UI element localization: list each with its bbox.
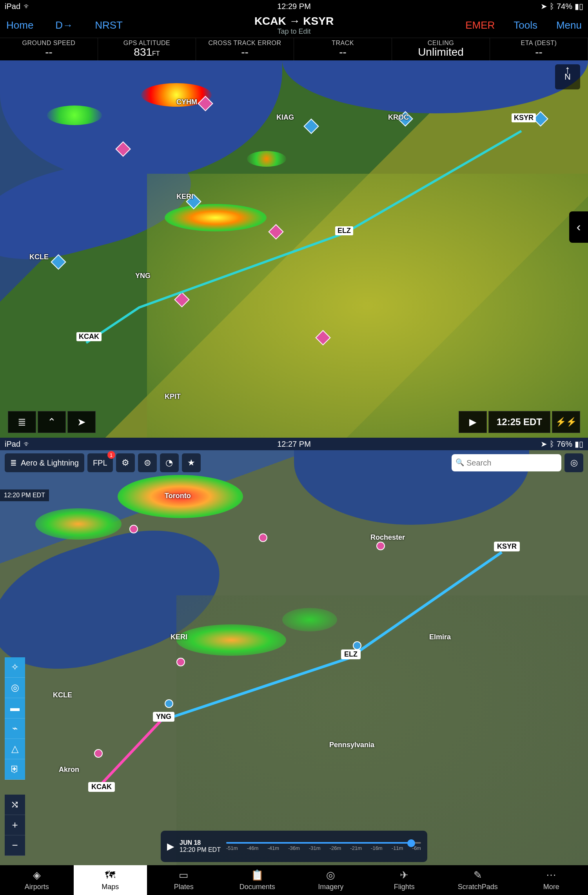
airport-marker[interactable] [176, 658, 185, 666]
ribbon-ceiling[interactable]: CEILINGUnlimited [392, 38, 490, 60]
airport-marker[interactable] [303, 118, 319, 134]
center-icon[interactable]: ✧ [5, 657, 25, 678]
tab-flights[interactable]: ✈Flights [368, 865, 441, 895]
radar-time[interactable]: 12:25 EDT [488, 411, 550, 433]
search-field[interactable] [452, 454, 561, 471]
ident-kpit: KPIT [165, 393, 181, 401]
radar-timestamp: 12:20 PM EDT [0, 489, 49, 501]
compass-icon[interactable]: N [555, 64, 580, 89]
ribbon-track[interactable]: TRACK-- [294, 38, 392, 60]
documents-icon: 📋 [251, 869, 263, 881]
ribbon-ground-speed[interactable]: GROUND SPEED-- [0, 38, 98, 60]
timeline-time: 12:20 PM EDT [180, 846, 221, 853]
ruler-icon[interactable]: ▬ [5, 698, 25, 719]
label-kcle: KCLE [53, 691, 72, 699]
scratchpad-icon: ✎ [474, 869, 482, 881]
airport-marker[interactable] [165, 699, 173, 708]
ios-status-bar: iPadᯤ 12:27 PM ➤ᛒ76%▮▯ [0, 438, 588, 450]
ident-kcle: KCLE [29, 253, 49, 261]
fpl-button[interactable]: FPL [87, 453, 113, 472]
globe-icon[interactable]: ⊜ [138, 453, 157, 472]
direct-to-icon[interactable]: D→ [55, 19, 73, 31]
label-pennsylvania: Pennsylvania [329, 741, 374, 749]
layers-icon: ≣ [10, 458, 17, 468]
waypoint-yng[interactable]: YNG [153, 712, 174, 722]
waypoint-elz[interactable]: ELZ [341, 649, 361, 659]
locate-icon[interactable]: ➤ [67, 411, 96, 433]
timeline-track[interactable]: -51m -46m -41m -36m -31m -26m -21m -16m … [226, 840, 421, 853]
status-time: 12:29 PM [198, 2, 390, 11]
gear-icon[interactable]: ⚙ [116, 453, 135, 472]
foreflight-app: iPadᯤ 12:27 PM ➤ᛒ76%▮▯ KCAK YNG ELZ KSYR… [0, 438, 588, 895]
ident-cyhm: CYHM [176, 98, 197, 106]
timeline-ticks: -51m -46m -41m -36m -31m -26m -21m -16m … [226, 845, 421, 851]
terrain-icon[interactable]: ⌃ [38, 411, 66, 433]
layers-icon[interactable]: ≣ [8, 411, 36, 433]
radar-timeline[interactable]: ▶ JUN 18 12:20 PM EDT -51m -46m -41m -36… [161, 831, 427, 862]
route-title-button[interactable]: KCAK → KSYR Tap to Edit [254, 15, 334, 36]
tab-more[interactable]: ⋯More [515, 865, 588, 895]
map-canvas-1[interactable]: KCAK ELZ KSYR KCLE KERI KIAG KROC KPIT C… [0, 60, 588, 438]
route-subtitle: Tap to Edit [254, 27, 334, 36]
tab-plates[interactable]: ▭Plates [147, 865, 221, 895]
device-label: iPad [5, 440, 20, 449]
ident-kroc: KROC [388, 113, 409, 122]
ribbon-gps-altitude[interactable]: GPS ALTITUDE831FT [98, 38, 196, 60]
imagery-icon: ◎ [326, 869, 335, 881]
play-icon[interactable]: ▶ [167, 841, 174, 852]
waypoint-ksyr[interactable]: KSYR [512, 113, 536, 122]
waypoint-elz[interactable]: ELZ [335, 226, 353, 235]
location-icon: ➤ [541, 439, 547, 449]
radar-return [35, 508, 122, 540]
airport-marker[interactable] [94, 749, 103, 758]
profile-icon[interactable]: ⌁ [5, 719, 25, 739]
airport-marker[interactable] [353, 641, 361, 650]
zoom-in-button[interactable]: + [5, 815, 25, 835]
search-input[interactable] [452, 454, 561, 471]
plates-icon: ▭ [179, 869, 189, 881]
waypoint-kcak[interactable]: KCAK [88, 782, 115, 792]
lake-ontario [282, 60, 588, 113]
layers-button[interactable]: ≣Aero & Lightning [5, 453, 84, 472]
top-toolbar: ≣Aero & Lightning FPL ⚙ ⊜ ◔ ★ ◎ [5, 453, 583, 472]
ident-yng: YNG [135, 272, 151, 280]
star-icon[interactable]: ★ [182, 453, 201, 472]
map-canvas-2[interactable]: KCAK YNG ELZ KSYR Toronto Rochester KERI… [0, 450, 588, 865]
radar-return [165, 204, 267, 231]
home-button[interactable]: Home [6, 19, 33, 31]
route-icon[interactable]: ⤭ [5, 795, 25, 815]
locate-icon[interactable]: ◎ [564, 453, 583, 472]
waypoint-kcak[interactable]: KCAK [76, 332, 102, 341]
data-ribbon: GROUND SPEED-- GPS ALTITUDE831FT CROSS T… [0, 38, 588, 60]
rings-icon[interactable]: ◎ [5, 678, 25, 698]
battery-icon: ▮▯ [575, 2, 583, 11]
zoom-out-button[interactable]: − [5, 835, 25, 856]
tab-airports[interactable]: ◈Airports [0, 865, 74, 895]
waypoint-ksyr[interactable]: KSYR [494, 542, 520, 551]
bluetooth-icon: ᛒ [550, 440, 554, 449]
flights-icon: ✈ [400, 869, 408, 881]
tab-documents[interactable]: 📋Documents [221, 865, 294, 895]
emer-button[interactable]: EMER [465, 19, 495, 31]
lightning-icon[interactable]: ⚡⚡ [552, 411, 580, 433]
tools-button[interactable]: Tools [514, 19, 537, 31]
airport-marker[interactable] [259, 533, 267, 542]
map-icon: 🗺 [105, 869, 115, 881]
ribbon-eta[interactable]: ETA (DEST)-- [490, 38, 588, 60]
animation-cluster: ▶ 12:25 EDT ⚡⚡ [459, 411, 580, 433]
battery-pct: 74% [557, 2, 572, 11]
ident-kiag: KIAG [276, 113, 294, 122]
panel-expand-button[interactable]: ‹ [569, 211, 588, 243]
menu-button[interactable]: Menu [556, 19, 582, 31]
airport-marker[interactable] [376, 542, 385, 550]
tab-imagery[interactable]: ◎Imagery [294, 865, 368, 895]
tab-maps[interactable]: 🗺Maps [74, 865, 147, 895]
shield-icon[interactable]: ⛨ [5, 759, 25, 780]
tab-scratchpads[interactable]: ✎ScratchPads [441, 865, 515, 895]
ribbon-xtrack[interactable]: CROSS TRACK ERROR-- [196, 38, 294, 60]
timer-icon[interactable]: ◔ [160, 453, 179, 472]
terrain-icon[interactable]: △ [5, 739, 25, 759]
play-icon[interactable]: ▶ [459, 411, 487, 433]
location-icon: ➤ [541, 2, 547, 11]
nrst-button[interactable]: NRST [95, 19, 123, 31]
